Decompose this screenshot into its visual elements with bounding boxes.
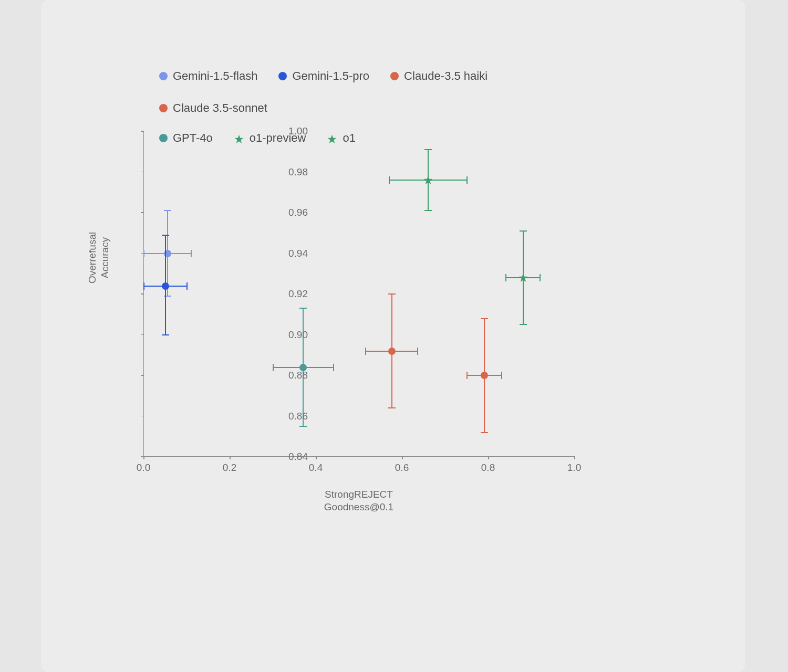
y-tick-label: 0.96 xyxy=(276,207,308,218)
error-bar-cap xyxy=(481,432,488,433)
star-icon xyxy=(423,175,433,185)
star-icon xyxy=(518,272,528,283)
error-bar-cap xyxy=(388,407,396,408)
x-tick-label: 0.2 xyxy=(223,462,236,474)
error-bar-cap xyxy=(186,282,188,290)
y-tick-label: 0.86 xyxy=(276,411,308,422)
error-bar-cap xyxy=(388,293,396,295)
x-tick-label: 0.4 xyxy=(309,462,323,474)
y-tick-mark xyxy=(141,375,144,376)
legend-label: Gemini-1.5-flash xyxy=(173,68,257,85)
legend-label: Claude 3.5-sonnet xyxy=(173,100,267,117)
error-bar-cap xyxy=(164,210,171,211)
y-tick-label: 0.94 xyxy=(276,248,308,259)
y-tick-mark xyxy=(141,172,144,173)
data-point xyxy=(481,372,488,379)
dot-icon xyxy=(388,348,396,355)
error-bar-cap xyxy=(273,364,274,371)
legend-item-gemini-flash: Gemini-1.5-flash xyxy=(159,68,257,85)
y-tick-mark xyxy=(141,212,144,213)
y-tick-mark xyxy=(141,293,144,295)
x-axis-label: StrongREJECT Goodness@0.1 xyxy=(143,488,574,513)
y-tick-mark xyxy=(141,131,144,132)
y-tick-label: 0.98 xyxy=(276,166,308,178)
y-tick-mark xyxy=(141,334,144,335)
error-bar-cap xyxy=(481,318,488,319)
error-bar-cap xyxy=(466,372,468,379)
y-tick-label: 0.84 xyxy=(276,451,308,463)
y-tick-label: 0.88 xyxy=(276,370,308,381)
error-bar-cap xyxy=(520,230,527,232)
dot-icon xyxy=(390,72,399,80)
legend-item-gemini-pro: Gemini-1.5-pro xyxy=(278,68,369,85)
x-tick-label: 1.0 xyxy=(567,462,581,474)
error-bar-cap xyxy=(299,308,307,309)
error-bar-cap xyxy=(466,176,468,184)
y-tick-label: 1.00 xyxy=(276,125,308,137)
error-bar-cap xyxy=(424,210,432,211)
x-tick-label: 0.0 xyxy=(137,462,150,474)
x-tick-mark xyxy=(230,456,231,459)
error-bar-cap xyxy=(299,426,307,427)
error-bar-cap xyxy=(162,334,169,335)
legend-item-claude-sonnet: Claude 3.5-sonnet xyxy=(159,100,267,117)
data-point xyxy=(518,272,528,283)
y-tick-label: 0.92 xyxy=(276,288,308,300)
data-point xyxy=(162,282,169,290)
error-bar-cap xyxy=(389,176,390,184)
dot-icon xyxy=(159,104,168,112)
dot-icon xyxy=(278,72,287,80)
error-bar-cap xyxy=(365,348,366,355)
scatter-plot xyxy=(143,131,574,457)
x-tick-mark xyxy=(316,456,317,459)
error-bar-cap xyxy=(505,274,506,281)
error-bar-cap xyxy=(143,282,144,290)
x-tick-mark xyxy=(574,456,575,459)
legend-item-claude-haiku: Claude-3.5 haiki xyxy=(390,68,488,85)
error-bar-cap xyxy=(424,149,432,150)
x-tick-mark xyxy=(402,456,403,459)
dot-icon xyxy=(159,72,168,80)
legend-label: Gemini-1.5-pro xyxy=(292,68,369,85)
x-tick-label: 0.6 xyxy=(395,462,409,474)
dot-icon xyxy=(481,372,488,379)
error-bar-cap xyxy=(143,250,144,257)
error-bar-cap xyxy=(333,364,334,371)
error-bar-cap xyxy=(501,372,502,379)
error-bar-cap xyxy=(540,274,541,281)
error-bar-cap xyxy=(520,324,527,325)
y-tick-mark xyxy=(141,416,144,417)
dot-icon xyxy=(162,282,169,290)
chart-card: Gemini-1.5-flash Gemini-1.5-pro Claude-3… xyxy=(41,0,745,672)
data-point xyxy=(388,348,396,355)
error-bar-cap xyxy=(191,250,192,257)
y-axis-label: Overrefusal Accuracy xyxy=(86,232,111,284)
x-tick-mark xyxy=(143,456,144,459)
legend-label: Claude-3.5 haiki xyxy=(404,68,488,85)
x-tick-label: 0.8 xyxy=(481,462,495,474)
x-tick-mark xyxy=(488,456,489,459)
error-bar-cap xyxy=(417,348,418,355)
plot-area xyxy=(143,131,574,457)
data-point xyxy=(423,175,433,185)
error-bar-cap xyxy=(162,235,169,236)
y-tick-label: 0.90 xyxy=(276,329,308,341)
